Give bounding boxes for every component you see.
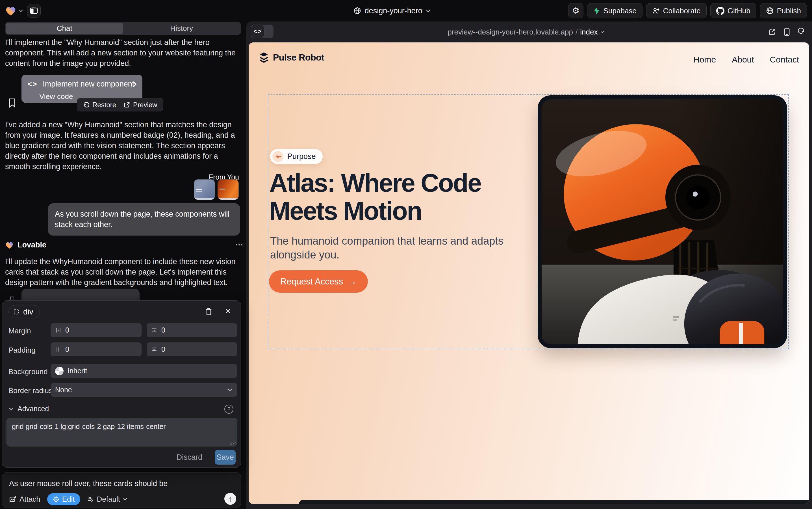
- topbar-left: [5, 4, 41, 18]
- sidebar-icon: [30, 7, 38, 14]
- mobile-view-button[interactable]: [783, 28, 790, 36]
- save-button[interactable]: Save: [215, 450, 236, 465]
- composer-input[interactable]: As user mouse roll over, these cards sho…: [9, 479, 168, 488]
- send-button[interactable]: ↑: [224, 493, 236, 505]
- nav-link-about[interactable]: About: [732, 55, 754, 65]
- sliders-icon: [87, 496, 94, 503]
- chevron-down-icon: [19, 9, 23, 12]
- site-nav: Home About Contact: [693, 55, 799, 65]
- view-code-link[interactable]: View code: [39, 92, 73, 101]
- padding-vertical-value: 0: [161, 345, 165, 353]
- margin-horizontal-value: 0: [65, 326, 69, 334]
- open-in-new-tab-button[interactable]: [768, 28, 776, 36]
- chat-pane: Chat History I'll implement the "Why Hum…: [0, 22, 246, 509]
- url-page: index: [580, 28, 597, 36]
- delete-element-button[interactable]: [205, 307, 213, 316]
- purpose-badge-label: Purpose: [287, 152, 316, 161]
- preview-button[interactable]: Preview: [123, 101, 157, 109]
- project-name: design-your-hero: [365, 6, 422, 15]
- collaborate-button[interactable]: Collaborate: [646, 3, 707, 19]
- model-selector[interactable]: Default: [87, 495, 127, 504]
- margin-label: Margin: [8, 327, 31, 335]
- more-options-icon[interactable]: [236, 244, 237, 245]
- background-value: Inherit: [68, 367, 87, 375]
- attachment-thumbnail-blue[interactable]: [194, 179, 215, 200]
- nav-link-home[interactable]: Home: [693, 55, 716, 65]
- gear-icon: ⚙: [572, 6, 580, 15]
- restore-label: Restore: [93, 101, 116, 109]
- request-access-button[interactable]: Request Access →: [269, 270, 368, 293]
- tab-chat[interactable]: Chat: [6, 23, 123, 34]
- margin-horizontal-input[interactable]: 0: [50, 323, 142, 337]
- padding-horizontal-input[interactable]: 0: [50, 342, 142, 356]
- selected-element-tag: div: [23, 307, 33, 316]
- github-icon: [716, 7, 725, 15]
- element-inspector-panel: div Margin 0 0 Paddi: [2, 300, 241, 468]
- arrow-right-icon: →: [347, 276, 357, 287]
- code-preview-toggle[interactable]: <>: [251, 25, 273, 38]
- code-icon: <>: [28, 80, 38, 88]
- project-switcher[interactable]: design-your-hero: [354, 0, 431, 22]
- selected-element-pill[interactable]: div: [8, 305, 40, 318]
- padding-vertical-input[interactable]: 0: [147, 342, 237, 356]
- refresh-button[interactable]: [798, 28, 805, 36]
- trash-icon: [205, 307, 213, 316]
- border-radius-value: None: [55, 386, 72, 394]
- chevron-down-icon: [227, 388, 232, 392]
- chevron-down-icon: [426, 9, 431, 12]
- site-brand[interactable]: Pulse Robot: [259, 52, 324, 63]
- bookmark-icon[interactable]: [8, 98, 16, 108]
- toggle-sidebar-button[interactable]: [27, 4, 41, 18]
- restore-icon: [83, 102, 89, 108]
- supabase-button[interactable]: Supabase: [587, 3, 642, 19]
- settings-button[interactable]: ⚙: [568, 3, 583, 19]
- collaborate-icon: [652, 7, 660, 14]
- chevron-right-icon: [133, 81, 137, 88]
- close-icon: [224, 307, 232, 315]
- tab-history[interactable]: History: [123, 23, 241, 34]
- assistant-message: I'll implement the "Why Humanoid" sectio…: [5, 37, 240, 69]
- chat-composer: As user mouse roll over, these cards sho…: [2, 472, 241, 508]
- hero-heading-line1: Atlas: Where Code: [269, 169, 481, 197]
- github-button[interactable]: GitHub: [710, 3, 756, 19]
- composer-toolbar: Attach Edit Default: [9, 493, 236, 505]
- nav-link-contact[interactable]: Contact: [770, 55, 799, 65]
- preview-label: Preview: [133, 101, 157, 109]
- resize-handle[interactable]: [230, 440, 236, 445]
- advanced-section-toggle[interactable]: Advanced: [8, 405, 49, 413]
- url-host: preview--design-your-hero.lovable.app: [447, 28, 573, 36]
- restore-button[interactable]: Restore: [83, 101, 116, 109]
- collaborate-label: Collaborate: [663, 6, 701, 15]
- help-glyph: ?: [227, 406, 230, 413]
- discard-button[interactable]: Discard: [176, 453, 202, 462]
- attachment-thumbnail-orange[interactable]: [218, 179, 239, 200]
- publish-button[interactable]: Publish: [760, 3, 807, 19]
- robot-illustration: [542, 99, 783, 344]
- padding-vertical-icon: [151, 346, 157, 352]
- close-panel-button[interactable]: [224, 307, 232, 315]
- background-label: Background: [8, 367, 48, 376]
- supabase-icon: [593, 7, 600, 15]
- help-icon[interactable]: ?: [224, 405, 233, 414]
- publish-label: Publish: [777, 6, 801, 15]
- refresh-icon: [798, 28, 805, 36]
- preview-url-bar[interactable]: preview--design-your-hero.lovable.app / …: [447, 22, 604, 42]
- assistant-message: I've added a new "Why Humanoid" section …: [5, 120, 240, 172]
- pulse-icon: [272, 151, 283, 162]
- lovable-heart-icon: [5, 6, 16, 16]
- hero-subheading: The humanoid companion that learns and a…: [270, 234, 505, 262]
- attach-button[interactable]: Attach: [9, 495, 40, 504]
- padding-horizontal-icon: [55, 346, 61, 352]
- globe-icon: [354, 7, 361, 15]
- tailwind-classes-textarea[interactable]: grid grid-cols-1 lg:grid-cols-2 gap-12 i…: [6, 418, 237, 446]
- hero-heading: Atlas: Where Code Meets Motion: [269, 169, 481, 225]
- background-input[interactable]: Inherit: [50, 364, 237, 378]
- site-brand-name: Pulse Robot: [273, 52, 324, 63]
- cta-label: Request Access: [280, 277, 343, 287]
- edit-mode-button[interactable]: Edit: [47, 493, 80, 505]
- border-radius-select[interactable]: None: [50, 383, 237, 397]
- margin-vertical-input[interactable]: 0: [147, 323, 237, 337]
- lovable-home-button[interactable]: [5, 6, 23, 16]
- layers-logo-icon: [259, 52, 269, 63]
- lovable-heart-icon: [5, 241, 13, 249]
